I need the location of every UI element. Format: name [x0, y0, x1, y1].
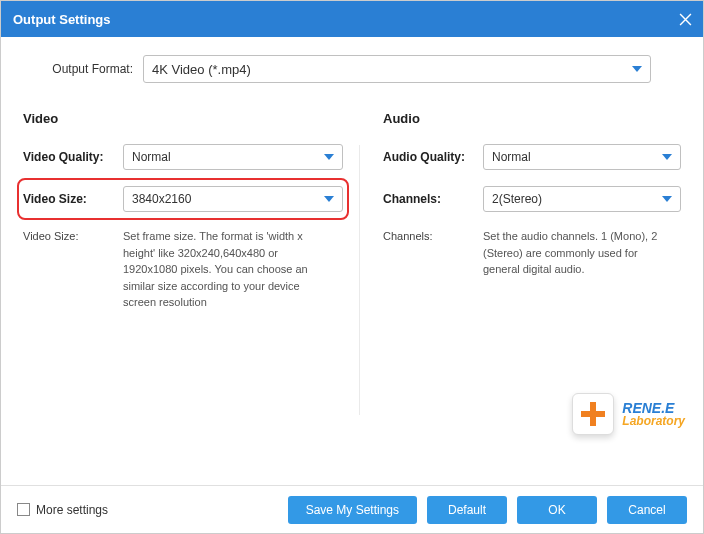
close-icon	[679, 13, 692, 26]
output-format-dropdown[interactable]: 4K Video (*.mp4)	[143, 55, 651, 83]
content-area: Output Format: 4K Video (*.mp4) Video Vi…	[1, 37, 703, 485]
svg-rect-1	[590, 402, 596, 426]
chevron-down-icon	[632, 66, 642, 72]
brand-logo: RENE.E Laboratory	[572, 393, 685, 435]
video-size-value: 3840x2160	[132, 192, 191, 206]
logo-icon	[572, 393, 614, 435]
audio-quality-dropdown[interactable]: Normal	[483, 144, 681, 170]
output-format-value: 4K Video (*.mp4)	[152, 62, 251, 77]
cancel-button[interactable]: Cancel	[607, 496, 687, 524]
save-settings-button[interactable]: Save My Settings	[288, 496, 417, 524]
logo-text: RENE.E Laboratory	[622, 400, 685, 428]
more-settings-checkbox[interactable]: More settings	[17, 503, 108, 517]
video-quality-label: Video Quality:	[23, 150, 123, 164]
channels-value: 2(Stereo)	[492, 192, 542, 206]
ok-button[interactable]: OK	[517, 496, 597, 524]
vertical-divider	[359, 145, 360, 415]
video-quality-value: Normal	[132, 150, 171, 164]
output-format-row: Output Format: 4K Video (*.mp4)	[23, 55, 681, 83]
video-size-dropdown[interactable]: 3840x2160	[123, 186, 343, 212]
settings-columns: Video Video Quality: Normal Video Size: …	[23, 111, 681, 311]
video-quality-row: Video Quality: Normal	[23, 144, 343, 170]
video-size-row: Video Size: 3840x2160	[17, 178, 349, 220]
window-title: Output Settings	[13, 12, 111, 27]
video-quality-dropdown[interactable]: Normal	[123, 144, 343, 170]
chevron-down-icon	[662, 196, 672, 202]
more-settings-label: More settings	[36, 503, 108, 517]
video-size-desc-text: Set frame size. The format is 'width x h…	[123, 228, 343, 311]
chevron-down-icon	[662, 154, 672, 160]
chevron-down-icon	[324, 154, 334, 160]
default-button[interactable]: Default	[427, 496, 507, 524]
video-column: Video Video Quality: Normal Video Size: …	[23, 111, 343, 311]
footer: More settings Save My Settings Default O…	[1, 485, 703, 533]
audio-heading: Audio	[383, 111, 681, 126]
channels-row: Channels: 2(Stereo)	[383, 186, 681, 212]
video-size-description: Video Size: Set frame size. The format i…	[23, 228, 343, 311]
channels-label: Channels:	[383, 192, 483, 206]
chevron-down-icon	[324, 196, 334, 202]
video-heading: Video	[23, 111, 343, 126]
channels-desc-label: Channels:	[383, 228, 483, 278]
audio-column: Audio Audio Quality: Normal Channels: 2(…	[383, 111, 681, 311]
output-format-label: Output Format:	[23, 62, 133, 76]
video-size-label: Video Size:	[23, 192, 123, 206]
close-button[interactable]	[667, 1, 703, 37]
checkbox-box	[17, 503, 30, 516]
channels-description: Channels: Set the audio channels. 1 (Mon…	[383, 228, 681, 278]
channels-dropdown[interactable]: 2(Stereo)	[483, 186, 681, 212]
audio-quality-row: Audio Quality: Normal	[383, 144, 681, 170]
titlebar: Output Settings	[1, 1, 703, 37]
channels-desc-text: Set the audio channels. 1 (Mono), 2 (Ste…	[483, 228, 681, 278]
audio-quality-value: Normal	[492, 150, 531, 164]
video-size-desc-label: Video Size:	[23, 228, 123, 311]
logo-sub: Laboratory	[622, 414, 685, 428]
audio-quality-label: Audio Quality:	[383, 150, 483, 164]
